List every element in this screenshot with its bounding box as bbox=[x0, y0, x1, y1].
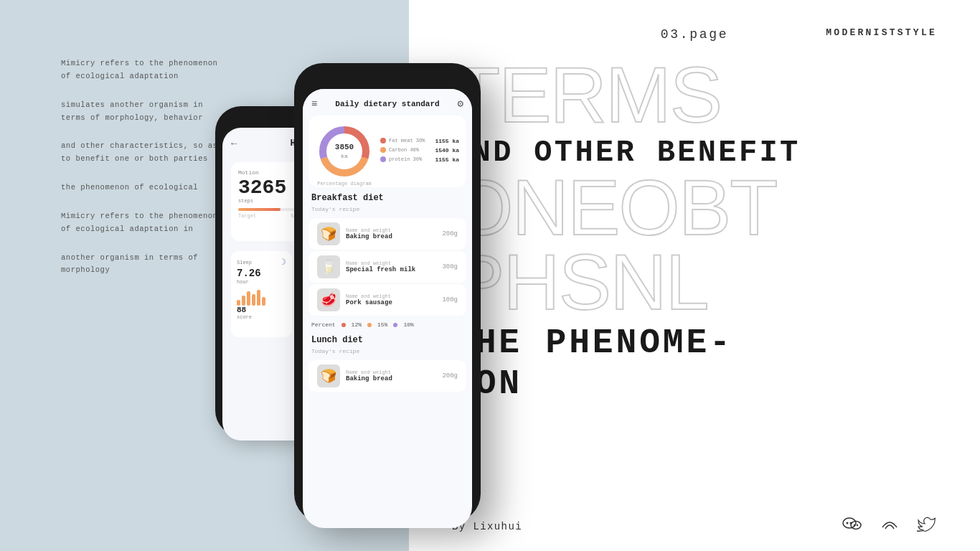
paragraph-4: the phenomenon of ecological bbox=[61, 182, 219, 194]
paragraph-6: another organism in terms of morphology bbox=[61, 252, 219, 278]
wechat-icon[interactable] bbox=[842, 516, 862, 537]
food-info-lunch-bread: Name and weight Baking bread bbox=[346, 369, 436, 382]
menu-icon[interactable]: ≡ bbox=[311, 98, 317, 110]
donut-unit: ka bbox=[341, 153, 348, 159]
paragraph-5: Mimicry refers to the phenomenon of ecol… bbox=[61, 210, 219, 236]
sleep-value: 7.26 bbox=[237, 268, 286, 279]
food-info-sausage: Name and weight Pork sausage bbox=[346, 293, 436, 306]
pct-dot-3 bbox=[393, 323, 397, 327]
legend-item-fat: Fat meat 30% 1155 ka bbox=[380, 138, 459, 144]
food-weight-milk: 300g bbox=[442, 263, 458, 270]
protein-dot bbox=[380, 156, 386, 162]
carbon-value: 1540 ka bbox=[435, 147, 459, 154]
food-img-milk: 🥛 bbox=[317, 255, 340, 278]
lunch-section: Lunch diet Today's recipe 🍞 Name and wei… bbox=[303, 335, 472, 392]
fat-value: 1155 ka bbox=[435, 138, 459, 144]
phone-front: ≡ Daily dietary standard ⚙ bbox=[294, 63, 481, 522]
food-weight-bread: 200g bbox=[442, 230, 458, 237]
target-label: Target bbox=[238, 213, 256, 219]
food-sublabel-lunch-bread: Name and weight bbox=[346, 369, 436, 375]
sleep-box: Sleep ☽ 7.26 hour 88 score bbox=[231, 251, 292, 337]
sleep-chart bbox=[237, 288, 286, 306]
food-img-lunch-bread: 🍞 bbox=[317, 364, 340, 387]
food-sublabel-milk: Name and weight bbox=[346, 260, 436, 266]
food-weight-sausage: 100g bbox=[442, 296, 458, 303]
settings-icon[interactable]: ⚙ bbox=[458, 98, 463, 110]
legend-item-carbon: Carbon 40% 1540 ka bbox=[380, 147, 459, 154]
food-sublabel-sausage: Name and weight bbox=[346, 293, 436, 299]
donut-legend: Fat meat 30% 1155 ka Carbon 40% 1540 ka … bbox=[380, 138, 459, 166]
social-icons-group bbox=[842, 516, 937, 537]
sleep-label: Sleep bbox=[237, 260, 252, 265]
svg-point-1 bbox=[847, 522, 849, 524]
food-item-milk: 🥛 Name and weight Special fresh milk 300… bbox=[308, 251, 466, 283]
carbon-dot bbox=[380, 147, 386, 153]
phone-front-notch bbox=[359, 73, 416, 83]
lunch-title: Lunch diet bbox=[303, 335, 472, 348]
food-item-sausage: 🥩 Name and weight Pork sausage 100g bbox=[308, 284, 466, 316]
steps-label: steps bbox=[238, 198, 303, 204]
food-name-sausage: Pork sausage bbox=[346, 299, 436, 306]
chart-label: Percentage diagram bbox=[316, 181, 373, 187]
pct-val-2: 15% bbox=[377, 321, 387, 328]
breakfast-sub: Today's recipe bbox=[303, 206, 472, 217]
carbon-label: Carbon 40% bbox=[389, 147, 419, 153]
donut-chart: 3850 ka Percentage diagram bbox=[316, 123, 373, 180]
food-sublabel-bread: Name and weight bbox=[346, 227, 436, 233]
food-info-milk: Name and weight Special fresh milk bbox=[346, 260, 436, 273]
brand-name: MODERNISTSTYLE bbox=[826, 27, 937, 38]
food-name-milk: Special fresh milk bbox=[346, 266, 436, 273]
food-name-bread: Baking bread bbox=[346, 233, 436, 240]
pct-val-1: 12% bbox=[352, 321, 362, 328]
legend-item-protein: protein 30% 1155 ka bbox=[380, 156, 459, 163]
diet-title: Daily dietary standard bbox=[335, 100, 439, 108]
lunch-sub: Today's recipe bbox=[303, 348, 472, 359]
back-arrow-icon[interactable]: ← bbox=[231, 138, 237, 149]
paragraph-1: Mimicry refers to the phenomenon of ecol… bbox=[61, 57, 219, 83]
left-text-block: Mimicry refers to the phenomenon of ecol… bbox=[61, 57, 219, 293]
donut-value: 3850 bbox=[335, 143, 354, 151]
page-number: 03.page bbox=[661, 27, 729, 42]
twitter-icon[interactable] bbox=[917, 516, 937, 537]
food-item-lunch-bread: 🍞 Name and weight Baking bread 200g bbox=[308, 360, 466, 392]
app2-icon[interactable] bbox=[880, 516, 900, 537]
phone-front-screen: ≡ Daily dietary standard ⚙ bbox=[303, 89, 472, 528]
paragraph-3: and other characteristics, so as to bene… bbox=[61, 140, 219, 166]
food-name-lunch-bread: Baking bread bbox=[346, 375, 436, 382]
pct-dot-2 bbox=[367, 323, 372, 327]
progress-bar bbox=[238, 208, 303, 211]
phones-wrapper: ← Hi,Motopdonh Monday,23 August Motion ✏… bbox=[208, 34, 567, 551]
pct-dot-1 bbox=[341, 323, 346, 327]
food-info-bread: Name and weight Baking bread bbox=[346, 227, 436, 240]
percent-label: Percent bbox=[311, 321, 336, 328]
protein-value: 1155 ka bbox=[435, 156, 459, 163]
svg-point-0 bbox=[843, 518, 856, 528]
motion-value: 3265 bbox=[238, 178, 303, 198]
score-value: 88 bbox=[237, 306, 286, 314]
percent-row: Percent 12% 15% 10% bbox=[303, 317, 472, 332]
food-item-bread: 🍞 Name and weight Baking bread 200g bbox=[308, 218, 466, 250]
food-weight-lunch-bread: 200g bbox=[442, 372, 458, 380]
fat-dot bbox=[380, 138, 386, 143]
svg-point-4 bbox=[854, 524, 855, 526]
fat-label: Fat meat 30% bbox=[389, 138, 425, 143]
paragraph-2: simulates another organism in terms of m… bbox=[61, 99, 219, 125]
donut-section: 3850 ka Percentage diagram Fat meat 30% … bbox=[308, 116, 466, 187]
pct-val-3: 10% bbox=[403, 321, 413, 328]
motion-label: Motion bbox=[238, 169, 259, 176]
sleep-unit: hour bbox=[237, 279, 286, 285]
food-img-bread: 🍞 bbox=[317, 222, 340, 245]
diet-header: ≡ Daily dietary standard ⚙ bbox=[303, 89, 472, 116]
svg-point-5 bbox=[857, 524, 858, 526]
food-img-sausage: 🥩 bbox=[317, 288, 340, 311]
protein-label: protein 30% bbox=[389, 156, 422, 162]
score-label: score bbox=[237, 314, 286, 320]
breakfast-title: Breakfast diet bbox=[303, 193, 472, 206]
